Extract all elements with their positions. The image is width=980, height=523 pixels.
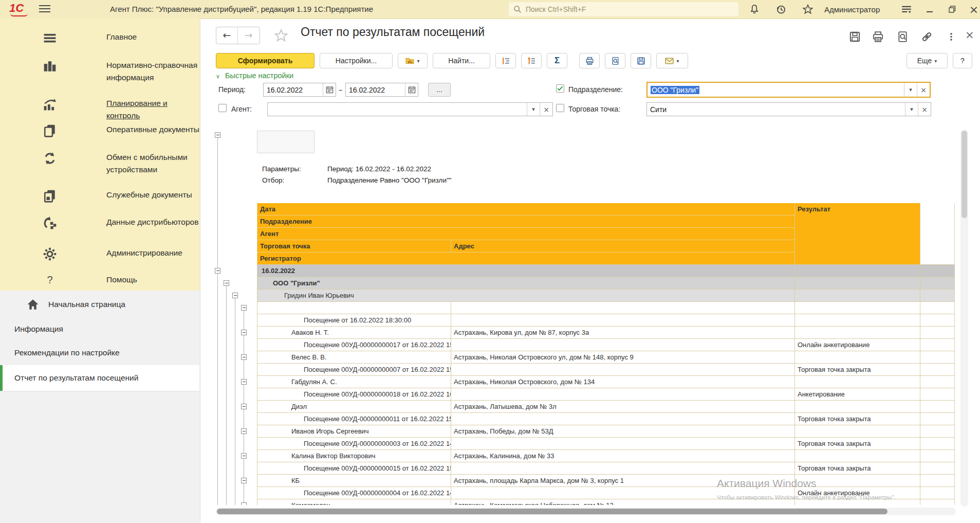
notifications-bell-icon[interactable] — [749, 4, 760, 14]
get-link-icon[interactable] — [921, 31, 933, 43]
tt-checkbox[interactable] — [556, 104, 564, 112]
more-button[interactable]: Еще ▾ — [907, 53, 948, 68]
search-input[interactable] — [525, 5, 722, 14]
save-icon[interactable] — [849, 31, 861, 43]
report-row-tt[interactable]: КБАстрахань, площадь Карла Маркса, дом №… — [212, 475, 955, 487]
table-cell — [920, 364, 955, 376]
horizontal-scrollbar-thumb[interactable] — [217, 509, 887, 514]
dropdown-icon[interactable]: ▾ — [905, 103, 918, 116]
report-row-org[interactable]: ООО "Гризли" — [212, 277, 955, 290]
window-close-button[interactable]: × — [967, 3, 980, 15]
report-row-visit[interactable]: Посещение 00УД-00000000015 от 16.02.2022… — [212, 462, 955, 475]
table-cell — [920, 277, 955, 290]
print-preview-icon[interactable] — [897, 31, 909, 43]
sidebar-item-label: Администрирование — [106, 247, 201, 259]
report-row-tt[interactable]: Аваков Н. Т.Астрахань, Кирова ул, дом № … — [212, 327, 955, 339]
help-button[interactable]: ? — [953, 53, 972, 68]
sidebar-bottom-item[interactable]: Начальная страница — [0, 291, 199, 318]
report-row-date[interactable]: 16.02.2022 — [212, 265, 955, 277]
report-row-tt[interactable] — [212, 302, 955, 314]
main-menu-icon[interactable] — [39, 5, 50, 13]
sidebar-bottom-item[interactable]: Информация — [0, 318, 199, 341]
report-row-visit[interactable]: Посещение от 16.02.2022 18:30:00 — [212, 314, 955, 327]
calendar-icon[interactable] — [323, 83, 336, 96]
window-minimize-button[interactable] — [923, 3, 936, 15]
vertical-scrollbar[interactable] — [960, 130, 968, 507]
save-button[interactable] — [631, 53, 651, 68]
report-row-visit[interactable]: Посещение 00УД-00000000017 от 16.02.2022… — [212, 339, 955, 351]
vertical-scrollbar-thumb[interactable] — [961, 131, 967, 218]
group-collapse-box[interactable] — [241, 453, 247, 459]
print-button[interactable] — [579, 53, 600, 68]
report-row-visit[interactable]: Посещение 00УД-00000000011 от 16.02.2022… — [212, 413, 955, 425]
report-row-tt[interactable]: Иванов Игорь СергеевичАстрахань, Победы,… — [212, 425, 955, 438]
group-collapse-box[interactable] — [241, 330, 247, 335]
history-icon[interactable] — [776, 4, 786, 14]
group-collapse-box[interactable] — [215, 132, 220, 138]
report-row-visit[interactable]: Посещение 00УД-00000000007 от 16.02.2022… — [212, 364, 955, 376]
report-row-visit[interactable]: Посещение 00УД-00000000003 от 16.02.2022… — [212, 438, 955, 450]
expand-groups-button[interactable] — [495, 53, 516, 68]
group-collapse-box[interactable] — [232, 293, 238, 298]
favorite-star-icon[interactable] — [274, 29, 288, 42]
close-tab-icon[interactable]: × — [965, 29, 974, 41]
table-cell — [794, 499, 920, 505]
current-user[interactable]: Администратор — [824, 5, 880, 14]
table-cell: ООО "Гризли" — [257, 277, 794, 290]
generate-button[interactable]: Сформировать — [216, 53, 315, 68]
global-search[interactable] — [509, 2, 738, 16]
clear-icon[interactable]: × — [917, 83, 930, 97]
period-more-button[interactable]: ... — [428, 83, 451, 97]
settings-button[interactable]: Настройки... — [320, 53, 393, 68]
user-menu-icon[interactable] — [900, 4, 913, 14]
group-collapse-box[interactable] — [241, 502, 247, 505]
find-button[interactable]: Найти... — [433, 53, 490, 68]
group-collapse-box[interactable] — [215, 268, 220, 274]
quick-settings-toggle[interactable]: ∨ Быстрые настройки — [216, 71, 293, 80]
clear-icon[interactable]: × — [540, 103, 552, 116]
division-checkbox[interactable] — [556, 84, 564, 93]
window-restore-button[interactable] — [946, 3, 959, 15]
group-collapse-box[interactable] — [224, 280, 229, 286]
report-row-agent[interactable]: Гридин Иван Юрьевич — [212, 290, 955, 302]
clear-icon[interactable]: × — [918, 103, 931, 116]
print-icon[interactable] — [872, 31, 884, 43]
agent-field[interactable]: ▾ × — [267, 102, 553, 116]
report-row-tt[interactable]: Велес В. В.Астрахань, Николая Островског… — [212, 351, 955, 364]
report-row-visit[interactable]: Посещение 00УД-00000000004 от 16.02.2022… — [212, 487, 955, 499]
dropdown-icon[interactable]: ▾ — [904, 83, 917, 97]
forward-button[interactable]: → — [237, 27, 259, 44]
group-collapse-box[interactable] — [241, 354, 247, 360]
agent-checkbox[interactable] — [218, 104, 227, 112]
send-mail-button[interactable]: ▾ — [656, 53, 688, 68]
report-row-tt[interactable]: Габдулян А. С.Астрахань, Николая Островс… — [212, 376, 955, 388]
kebab-menu-icon[interactable] — [947, 31, 956, 43]
sidebar-item-label: Нормативно-справочная информация — [106, 59, 201, 84]
group-collapse-box[interactable] — [241, 428, 247, 434]
calendar-icon[interactable] — [405, 83, 418, 96]
date-from-field[interactable]: 16.02.2022 — [263, 83, 336, 97]
group-collapse-box[interactable] — [241, 478, 247, 483]
table-rows: 16.02.2022ООО "Гризли"Гридин Иван Юрьеви… — [212, 265, 955, 505]
totals-sigma-button[interactable]: Σ — [547, 53, 567, 68]
horizontal-scrollbar[interactable] — [216, 508, 956, 515]
date-to-field[interactable]: 16.02.2022 — [345, 83, 418, 97]
tt-field[interactable]: Сити ▾ × — [646, 102, 931, 116]
sidebar-bottom-item[interactable]: Отчет по результатам посещений — [0, 365, 199, 391]
preview-button[interactable] — [605, 53, 625, 68]
group-collapse-box[interactable] — [241, 305, 247, 311]
group-collapse-box[interactable] — [241, 379, 247, 385]
division-field[interactable]: ООО "Гризли" ▾ × — [646, 82, 931, 98]
report-row-tt[interactable]: Калина Виктор ВикторовичАстрахань, Калин… — [212, 450, 955, 462]
report-row-visit[interactable]: Посещение 00УД-00000000018 от 16.02.2022… — [212, 388, 955, 401]
report-row-tt[interactable]: ДиэлАстрахань, Латышева, дом № 3л — [212, 401, 955, 413]
dropdown-icon[interactable]: ▾ — [527, 103, 540, 116]
favorites-star-icon[interactable] — [803, 4, 813, 14]
report-row-tt[interactable]: КомсомолецАстрахань, Комсомольская Набер… — [212, 499, 955, 505]
back-button[interactable]: ← — [216, 27, 237, 44]
group-collapse-box[interactable] — [241, 404, 247, 409]
collapse-groups-button[interactable] — [521, 53, 542, 68]
sidebar-bottom-item[interactable]: Рекомендации по настройке — [0, 340, 199, 366]
report-variants-button[interactable]: ▾ — [398, 53, 428, 68]
table-corner-cell — [257, 131, 315, 153]
